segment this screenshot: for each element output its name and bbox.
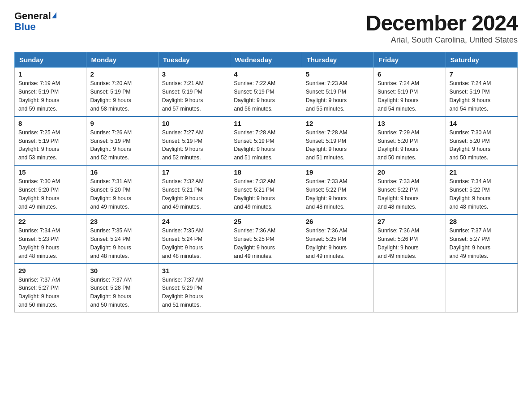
daylight-minutes: and 53 minutes. (18, 154, 57, 161)
daylight-label: Daylight: 9 hours (90, 244, 131, 251)
calendar-day-cell: 21 Sunrise: 7:34 AM Sunset: 5:22 PM Dayl… (446, 165, 517, 214)
daylight-minutes: and 49 minutes. (306, 253, 345, 259)
calendar-week-row: 1 Sunrise: 7:19 AM Sunset: 5:19 PM Dayli… (15, 68, 518, 116)
sunset-label: Sunset: 5:21 PM (162, 187, 202, 193)
title-block: December 2024 Arial, South Carolina, Uni… (366, 11, 518, 45)
sunrise-label: Sunrise: 7:30 AM (450, 129, 491, 136)
day-number: 11 (234, 120, 298, 127)
sunset-label: Sunset: 5:19 PM (18, 89, 59, 95)
calendar-day-cell: 14 Sunrise: 7:30 AM Sunset: 5:20 PM Dayl… (446, 116, 517, 166)
daylight-minutes: and 59 minutes. (18, 106, 57, 112)
day-info: Sunrise: 7:36 AM Sunset: 5:25 PM Dayligh… (306, 227, 370, 261)
sunrise-label: Sunrise: 7:21 AM (162, 80, 204, 86)
daylight-label: Daylight: 9 hours (90, 97, 131, 103)
calendar-day-cell: 31 Sunrise: 7:37 AM Sunset: 5:29 PM Dayl… (158, 264, 230, 313)
day-info: Sunrise: 7:36 AM Sunset: 5:26 PM Dayligh… (378, 227, 442, 261)
day-info: Sunrise: 7:33 AM Sunset: 5:22 PM Dayligh… (306, 177, 370, 211)
daylight-label: Daylight: 9 hours (378, 146, 418, 152)
col-header-saturday: Saturday (446, 52, 517, 68)
day-number: 16 (90, 168, 154, 176)
daylight-label: Daylight: 9 hours (306, 244, 347, 251)
sunset-label: Sunset: 5:20 PM (450, 138, 490, 144)
day-info: Sunrise: 7:24 AM Sunset: 5:19 PM Dayligh… (378, 79, 442, 113)
sunrise-label: Sunrise: 7:26 AM (90, 129, 132, 136)
sunset-label: Sunset: 5:19 PM (162, 89, 202, 95)
col-header-sunday: Sunday (15, 52, 86, 68)
sunrise-label: Sunrise: 7:32 AM (234, 178, 275, 184)
empty-cell (446, 264, 517, 313)
page-header: General Blue December 2024 Arial, South … (14, 11, 518, 45)
day-number: 20 (378, 168, 442, 176)
calendar-day-cell: 28 Sunrise: 7:37 AM Sunset: 5:27 PM Dayl… (446, 214, 517, 264)
day-info: Sunrise: 7:34 AM Sunset: 5:22 PM Dayligh… (450, 177, 514, 211)
day-info: Sunrise: 7:32 AM Sunset: 5:21 PM Dayligh… (234, 177, 298, 211)
sunset-label: Sunset: 5:22 PM (450, 187, 490, 193)
sunset-label: Sunset: 5:24 PM (162, 236, 202, 242)
calendar-day-cell: 29 Sunrise: 7:37 AM Sunset: 5:27 PM Dayl… (15, 264, 86, 313)
daylight-label: Daylight: 9 hours (162, 244, 203, 251)
daylight-minutes: and 48 minutes. (378, 204, 416, 210)
daylight-label: Daylight: 9 hours (234, 146, 275, 152)
daylight-label: Daylight: 9 hours (18, 244, 59, 251)
daylight-label: Daylight: 9 hours (378, 244, 418, 251)
day-number: 7 (450, 70, 514, 78)
empty-cell (374, 264, 446, 313)
day-info: Sunrise: 7:33 AM Sunset: 5:22 PM Dayligh… (378, 177, 442, 211)
sunset-label: Sunset: 5:24 PM (90, 236, 130, 242)
day-number: 29 (18, 267, 82, 274)
daylight-label: Daylight: 9 hours (378, 97, 418, 103)
calendar-day-cell: 24 Sunrise: 7:35 AM Sunset: 5:24 PM Dayl… (158, 214, 230, 264)
daylight-minutes: and 49 minutes. (18, 204, 57, 210)
sunset-label: Sunset: 5:19 PM (90, 138, 130, 144)
sunrise-label: Sunrise: 7:24 AM (378, 80, 419, 86)
daylight-minutes: and 51 minutes. (234, 154, 273, 161)
daylight-minutes: and 54 minutes. (450, 106, 489, 112)
daylight-label: Daylight: 9 hours (162, 146, 203, 152)
sunset-label: Sunset: 5:20 PM (18, 187, 59, 193)
day-info: Sunrise: 7:37 AM Sunset: 5:27 PM Dayligh… (450, 227, 514, 261)
calendar-day-cell: 16 Sunrise: 7:31 AM Sunset: 5:20 PM Dayl… (86, 165, 158, 214)
sunset-label: Sunset: 5:25 PM (306, 236, 346, 242)
day-info: Sunrise: 7:20 AM Sunset: 5:19 PM Dayligh… (90, 79, 154, 113)
sunrise-label: Sunrise: 7:37 AM (450, 227, 491, 234)
calendar-day-cell: 18 Sunrise: 7:32 AM Sunset: 5:21 PM Dayl… (230, 165, 302, 214)
calendar-table: SundayMondayTuesdayWednesdayThursdayFrid… (14, 52, 518, 313)
day-number: 15 (18, 168, 82, 176)
day-info: Sunrise: 7:29 AM Sunset: 5:20 PM Dayligh… (378, 128, 442, 163)
daylight-minutes: and 52 minutes. (162, 154, 201, 161)
sunset-label: Sunset: 5:19 PM (450, 89, 490, 95)
day-info: Sunrise: 7:30 AM Sunset: 5:20 PM Dayligh… (450, 128, 514, 163)
daylight-label: Daylight: 9 hours (90, 195, 131, 201)
empty-cell (230, 264, 302, 313)
day-number: 24 (162, 218, 226, 225)
daylight-minutes: and 49 minutes. (234, 204, 273, 210)
sunrise-label: Sunrise: 7:35 AM (162, 227, 204, 234)
calendar-day-cell: 7 Sunrise: 7:24 AM Sunset: 5:19 PM Dayli… (446, 68, 517, 116)
logo: General Blue (14, 11, 56, 32)
calendar-day-cell: 3 Sunrise: 7:21 AM Sunset: 5:19 PM Dayli… (158, 68, 230, 116)
day-number: 31 (162, 267, 226, 274)
sunset-label: Sunset: 5:20 PM (378, 138, 418, 144)
col-header-tuesday: Tuesday (158, 52, 230, 68)
day-info: Sunrise: 7:35 AM Sunset: 5:24 PM Dayligh… (90, 227, 154, 261)
calendar-day-cell: 9 Sunrise: 7:26 AM Sunset: 5:19 PM Dayli… (86, 116, 158, 166)
sunset-label: Sunset: 5:29 PM (162, 285, 202, 291)
sunrise-label: Sunrise: 7:22 AM (234, 80, 275, 86)
daylight-label: Daylight: 9 hours (450, 97, 490, 103)
sunrise-label: Sunrise: 7:24 AM (450, 80, 491, 86)
daylight-label: Daylight: 9 hours (162, 195, 203, 201)
sunrise-label: Sunrise: 7:33 AM (378, 178, 419, 184)
logo-general: General (14, 11, 51, 21)
daylight-label: Daylight: 9 hours (378, 195, 418, 201)
day-info: Sunrise: 7:28 AM Sunset: 5:19 PM Dayligh… (306, 128, 370, 163)
day-number: 23 (90, 218, 154, 225)
calendar-day-cell: 1 Sunrise: 7:19 AM Sunset: 5:19 PM Dayli… (15, 68, 86, 116)
sunrise-label: Sunrise: 7:34 AM (18, 227, 60, 234)
daylight-minutes: and 52 minutes. (90, 154, 129, 161)
daylight-minutes: and 54 minutes. (378, 106, 416, 112)
calendar-day-cell: 17 Sunrise: 7:32 AM Sunset: 5:21 PM Dayl… (158, 165, 230, 214)
empty-cell (302, 264, 373, 313)
day-info: Sunrise: 7:35 AM Sunset: 5:24 PM Dayligh… (162, 227, 226, 261)
daylight-minutes: and 58 minutes. (90, 106, 129, 112)
day-number: 6 (378, 70, 442, 78)
